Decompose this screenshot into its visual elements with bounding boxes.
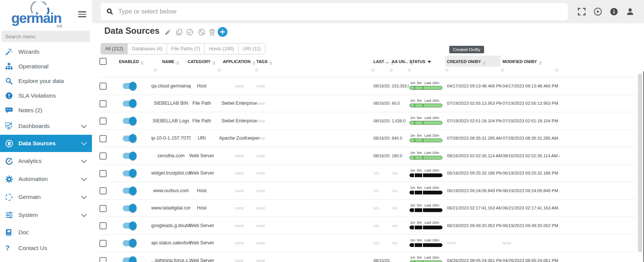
enabled-toggle[interactable] <box>123 101 135 107</box>
sidebar-search-input[interactable] <box>2 31 90 42</box>
sidebar-item-automation[interactable]: Automation <box>0 170 92 188</box>
chevron-down-icon <box>81 122 87 128</box>
tab-all[interactable]: All (212) <box>101 43 128 54</box>
column-resize-grip[interactable] <box>445 69 448 72</box>
global-search-input[interactable] <box>117 8 568 16</box>
cell-application: Apache ZooKeeper <box>216 136 263 141</box>
cell-application: none <box>216 241 263 245</box>
sidebar-item-doc[interactable]: Doc <box>0 224 92 241</box>
column-header-last[interactable]: LAST ... <box>373 59 394 65</box>
cell-created-on-by: 04/17/2023 09:13:48.466 PM / ... <box>447 84 502 88</box>
enabled-toggle[interactable] <box>123 240 135 246</box>
sidebar-item-contact-us[interactable]: ? Contact Us <box>0 241 92 256</box>
sidebar-item-germain[interactable]: Germain <box>0 188 92 206</box>
row-checkbox[interactable] <box>99 170 107 177</box>
cell-created-on-by: 06/21/2023 02:17:41.163 AM / ... <box>447 206 502 210</box>
column-resize-grip[interactable] <box>218 69 221 72</box>
row-checkbox[interactable] <box>99 187 107 194</box>
sidebar-item-operational[interactable]: Operational <box>0 59 92 74</box>
column-resize-grip[interactable] <box>408 69 411 72</box>
enabled-toggle[interactable] <box>123 153 135 159</box>
ban-icon[interactable] <box>198 29 205 36</box>
user-icon[interactable] <box>626 8 634 16</box>
column-resize-grip[interactable] <box>154 69 157 72</box>
status-label-1m: 1m <box>410 133 415 137</box>
column-header-application[interactable]: APPLICATION <box>223 59 256 65</box>
question-icon: ? <box>5 244 15 252</box>
tab-databases[interactable]: Databases (4) <box>127 43 167 54</box>
add-plus-button[interactable] <box>218 27 227 37</box>
row-checkbox[interactable] <box>99 240 107 247</box>
row-checkbox[interactable] <box>99 135 107 142</box>
cell-last: n/a <box>373 241 391 245</box>
sidebar-item-dashboards[interactable]: Dashboards <box>0 117 92 135</box>
sidebar-nav: Wizards Operational Explore your data SL… <box>0 44 92 256</box>
info-circle-icon[interactable] <box>610 8 618 16</box>
column-header-status[interactable]: STATUS <box>409 59 431 64</box>
fullscreen-icon[interactable] <box>578 8 586 16</box>
status-label-last-15m: Last 15m <box>424 203 439 207</box>
column-resize-grip[interactable] <box>555 69 558 72</box>
status-label-last-15m: Last 15m <box>424 238 439 242</box>
column-resize-grip[interactable] <box>390 69 393 72</box>
column-header-modified-on-by[interactable]: MODIFIED ON/BY <box>503 59 542 65</box>
sidebar-item-analytics[interactable]: Analytics <box>0 152 92 170</box>
tab-hosts[interactable]: Hosts (190) <box>204 43 238 54</box>
row-checkbox[interactable] <box>99 117 107 125</box>
enabled-toggle[interactable] <box>123 118 135 124</box>
status-label-1m: 1m <box>410 220 415 224</box>
trash-icon[interactable] <box>209 29 216 36</box>
tab-file-paths[interactable]: File Paths (7) <box>167 43 205 54</box>
hamburger-menu-icon[interactable] <box>78 11 86 18</box>
sidebar-item-system[interactable]: System <box>0 206 92 224</box>
enabled-toggle[interactable] <box>123 257 135 262</box>
cell-tags: none <box>256 241 298 245</box>
tab-uri[interactable]: URI (11) <box>238 43 265 54</box>
sidebar-item-sla-violations[interactable]: SLA Violations <box>0 88 92 103</box>
column-header-enabled[interactable]: ENABLED <box>119 59 144 65</box>
row-checkbox[interactable] <box>99 83 107 90</box>
enabled-toggle[interactable] <box>123 170 135 176</box>
sidebar-item-wizards[interactable]: Wizards <box>0 44 92 59</box>
row-checkbox[interactable] <box>99 205 107 212</box>
cell-status: 1m 5m Last 15m <box>409 203 443 212</box>
table-row: www.tatadigital.com Host none none n/a n… <box>99 200 636 217</box>
cell-last: 08/15/20... <box>373 258 391 262</box>
play-circle-icon[interactable] <box>594 8 602 16</box>
sidebar-item-label: SLA Violations <box>18 92 56 99</box>
enabled-toggle[interactable] <box>123 223 135 229</box>
cell-status: 1m 5m Last 15m <box>409 220 443 229</box>
row-checkbox[interactable] <box>99 222 107 229</box>
status-label-1m: 1m <box>410 168 415 172</box>
sidebar-item-notes[interactable]: Notes (2) <box>0 103 92 117</box>
row-checkbox[interactable] <box>99 152 107 160</box>
column-header-created-on-by[interactable]: CREATED ON/BY <box>447 59 486 65</box>
cell-modified-on-by: none <box>503 241 560 245</box>
check-circle-icon[interactable] <box>186 29 193 36</box>
status-bar <box>409 173 442 177</box>
column-header-name[interactable]: NAME <box>162 59 179 65</box>
column-header-tags[interactable]: TAGS <box>256 59 272 65</box>
vertical-scrollbar[interactable] <box>638 74 642 252</box>
select-all-checkbox[interactable] <box>99 58 107 65</box>
cell-last: n/a <box>373 171 391 175</box>
column-header-category[interactable]: CATEGORY <box>188 59 215 65</box>
enabled-toggle[interactable] <box>123 83 135 89</box>
sidebar-item-explore-your-data[interactable]: Explore your data <box>0 74 92 88</box>
sidebar-item-data-sources[interactable]: Data Sources <box>0 135 92 152</box>
column-resize-grip[interactable] <box>501 69 504 72</box>
sidebar-item-label: Data Sources <box>18 140 56 147</box>
row-checkbox[interactable] <box>99 257 107 262</box>
enabled-toggle[interactable] <box>123 188 135 194</box>
enabled-toggle[interactable] <box>123 205 135 211</box>
status-label-5m: 5m <box>417 168 422 172</box>
status-label-last-15m: Last 15m <box>424 116 439 120</box>
copy-icon[interactable] <box>176 29 183 36</box>
column-resize-grip[interactable] <box>372 69 375 72</box>
column-resize-grip[interactable] <box>255 69 258 72</box>
enabled-toggle[interactable] <box>123 136 135 142</box>
row-checkbox[interactable] <box>99 100 107 107</box>
logo-text: germain <box>11 11 61 26</box>
cell-application: none <box>216 154 263 158</box>
pencil-icon[interactable] <box>164 29 172 36</box>
